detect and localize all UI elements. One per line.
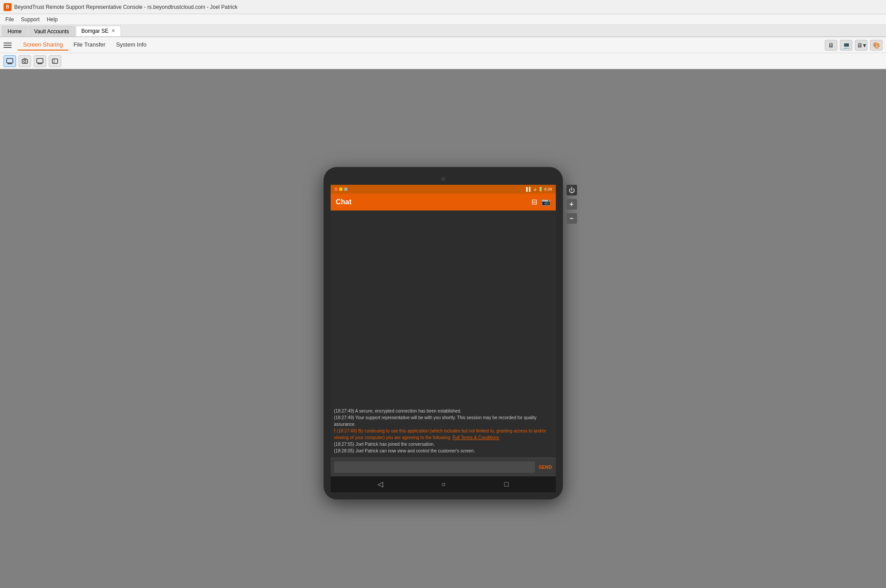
warning-icon: ! [334,428,336,433]
battery-icon: 🔋 [538,187,543,191]
tab-bar: Home Vault Accounts Bomgar SE ✕ [0,25,886,37]
chat-area: (18:27:49) A secure, encrypted connectio… [331,210,556,458]
back-button[interactable]: ◁ [378,480,383,488]
zoom-in-button[interactable]: + [566,199,577,210]
time-display: 6:28 [544,187,552,191]
toolbar-nav: Screen Sharing File Transfer System Info [18,39,152,51]
chat-msg-4: (18:27:55) Joel Patrick has joined the c… [334,441,552,448]
monitor-btn[interactable] [34,55,46,67]
color-quality-btn[interactable]: 🎨 [870,40,882,51]
nav-file-transfer[interactable]: File Transfer [68,39,111,51]
wifi-icon: ⊿ [533,187,537,191]
menu-bar: File Support Help [0,14,886,25]
svg-rect-6 [37,58,43,63]
toolbar: Screen Sharing File Transfer System Info… [0,37,886,53]
laptop-icon-btn[interactable]: 💻 [840,40,852,51]
status-bar: ▌▌ ⊿ 🔋 6:28 [331,185,556,194]
zoom-out-button[interactable]: − [566,213,577,224]
dot-3 [344,187,347,191]
power-button[interactable]: ⏻ [566,185,577,195]
app-header-icons: ⊟ 📷 [531,198,550,206]
send-button[interactable]: SEND [539,464,552,470]
svg-rect-10 [52,59,58,63]
terms-link[interactable]: Full Terms & Conditions [453,435,499,440]
camera-icon[interactable]: 📷 [542,198,550,206]
menu-file[interactable]: File [2,16,17,23]
tab-bomgar-se[interactable]: Bomgar SE ✕ [76,26,121,36]
tablet-device: ▌▌ ⊿ 🔋 6:28 Chat ⊟ 📷 [324,167,563,499]
chat-msg-3: ! (18:27:49) By continuing to use this a… [334,428,552,441]
menu-support[interactable]: Support [17,16,43,23]
nav-system-info[interactable]: System Info [111,39,152,51]
android-nav-bar: ◁ ○ □ [331,476,556,492]
display-dropdown-btn[interactable]: 🖥▾ [855,40,867,51]
title-bar: B BeyondTrust Remote Support Representat… [0,0,886,14]
tab-vault-accounts[interactable]: Vault Accounts [28,26,75,36]
svg-point-5 [24,60,26,62]
dot-2 [339,187,343,191]
remote-control-btn[interactable] [49,55,61,67]
tab-home[interactable]: Home [2,26,27,36]
cast-icon[interactable]: ⊟ [531,198,537,206]
screenshot-btn[interactable] [19,55,31,67]
status-right-info: ▌▌ ⊿ 🔋 6:28 [526,187,552,191]
signal-icon: ▌▌ [526,187,532,191]
chat-msg-5: (18:28:05) Joel Patrick can now view and… [334,448,552,454]
chat-log: (18:27:49) A secure, encrypted connectio… [331,404,556,458]
main-content: ▌▌ ⊿ 🔋 6:28 Chat ⊟ 📷 [0,69,886,588]
app-logo: B [4,3,12,11]
chat-input-area: SEND [331,458,556,476]
close-tab-icon[interactable]: ✕ [111,28,115,34]
toolbar-right: 🖥 💻 🖥▾ 🎨 [825,40,882,51]
hamburger-menu-icon[interactable] [4,41,12,50]
chat-input[interactable] [334,461,535,473]
title-text: BeyondTrust Remote Support Representativ… [14,4,238,10]
chat-msg-2: (18:27:49) Your support representative w… [334,414,552,428]
status-left-icons [334,187,347,191]
app-title: Chat [336,198,352,206]
home-button[interactable]: ○ [441,480,446,488]
recent-apps-button[interactable]: □ [504,480,509,488]
svg-rect-4 [22,59,27,63]
view-screen-btn[interactable] [4,55,16,67]
nav-screen-sharing[interactable]: Screen Sharing [18,39,68,51]
svg-rect-0 [7,58,13,63]
dot-1 [334,187,338,191]
monitor-icon-btn[interactable]: 🖥 [825,40,837,51]
tablet-camera [441,177,445,181]
chat-msg-1: (18:27:49) A secure, encrypted connectio… [334,408,552,414]
menu-help[interactable]: Help [43,16,61,23]
toolbar2 [0,53,886,69]
tablet-screen: ▌▌ ⊿ 🔋 6:28 Chat ⊟ 📷 [331,185,556,492]
side-controls: ⏻ + − [566,185,577,224]
app-header: Chat ⊟ 📷 [331,194,556,210]
